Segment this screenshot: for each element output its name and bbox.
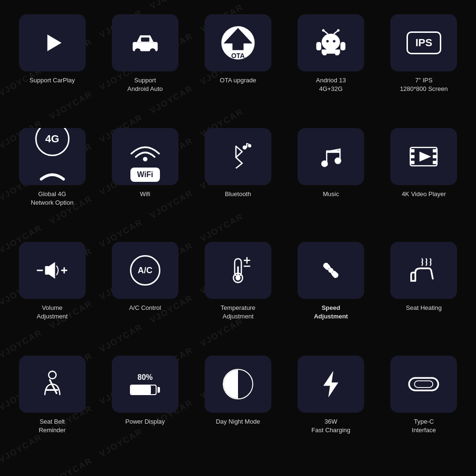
4g-signal-icon <box>36 158 69 185</box>
seatbelt-icon <box>36 367 69 401</box>
video-icon <box>407 140 440 173</box>
feature-android-auto: SupportAndroid Auto <box>102 14 188 120</box>
svg-marker-0 <box>47 35 61 51</box>
feature-ac: A/C A/C Control <box>102 242 188 348</box>
svg-marker-36 <box>49 262 55 279</box>
carplay-icon <box>36 26 69 60</box>
battery-percent: 80% <box>138 373 153 382</box>
feature-wifi: WiFi Wifi <box>102 128 188 234</box>
power-icon-box: 80% <box>112 356 178 413</box>
android-auto-label: SupportAndroid Auto <box>128 76 163 93</box>
4g-text: 4G <box>45 133 59 145</box>
music-icon-box <box>298 128 364 185</box>
feature-charging: 36WFast Charging <box>288 356 374 462</box>
ips-icon-box: IPS <box>390 14 457 71</box>
feature-temperature: TemperatureAdjustment <box>195 242 280 348</box>
ota-circle: OTA <box>221 26 255 60</box>
temperature-label: TemperatureAdjustment <box>221 304 256 321</box>
temperature-icon-box <box>205 242 271 299</box>
volume-icon <box>36 254 69 287</box>
seat-heating-label: Seat Heating <box>406 304 442 312</box>
4g-icon-box: 4G <box>19 128 86 185</box>
carplay-label: Support CarPlay <box>30 76 75 85</box>
feature-music: Music <box>288 128 374 234</box>
svg-marker-50 <box>323 371 338 397</box>
ota-label: OTA upgrade <box>220 76 256 85</box>
daynight-icon-box <box>205 356 271 413</box>
wifi-icon-box: WiFi <box>112 128 178 185</box>
typec-label: Type-CInterface <box>412 417 436 435</box>
4g-circle: 4G <box>35 128 69 156</box>
wifi-signal-icon <box>129 131 162 165</box>
ota-text: OTA <box>231 52 245 60</box>
svg-rect-31 <box>433 155 437 159</box>
battery-display: 80% <box>130 373 160 395</box>
power-label: Power Display <box>125 417 165 426</box>
feature-speed: SpeedAdjustment <box>288 242 374 348</box>
feature-carplay: Support CarPlay <box>10 14 95 120</box>
feature-seat-heating: Seat Heating <box>381 242 466 348</box>
typec-icon-box <box>390 356 457 413</box>
ota-icon-box: OTA <box>205 14 271 71</box>
svg-point-8 <box>333 40 336 42</box>
svg-point-3 <box>149 48 155 54</box>
night-half <box>224 370 238 398</box>
svg-line-48 <box>50 380 56 393</box>
bluetooth-label: Bluetooth <box>225 190 251 198</box>
ac-circle: A/C <box>130 255 160 286</box>
volume-label: VolumeAdjustment <box>37 304 68 321</box>
speed-icon <box>314 254 347 287</box>
android-auto-icon-box <box>112 14 178 71</box>
seatbelt-icon-box <box>19 356 86 413</box>
android13-icon-box <box>298 14 364 71</box>
svg-rect-35 <box>45 266 49 275</box>
speed-label: SpeedAdjustment <box>314 304 348 321</box>
ota-arrow-icon <box>221 26 255 52</box>
svg-point-6 <box>322 34 340 50</box>
svg-point-12 <box>337 29 339 31</box>
svg-rect-32 <box>433 161 437 164</box>
bluetooth-icon <box>221 140 255 173</box>
feature-ips: IPS 7" IPS1280*800 Screen <box>381 14 466 120</box>
wifi-text: WiFi <box>137 170 153 179</box>
seat-heating-icon <box>407 254 440 287</box>
feature-android13: Andriod 134G+32G <box>288 14 374 120</box>
android13-icon <box>314 26 347 60</box>
battery-fill <box>131 386 151 394</box>
features-grid: Support CarPlay SupportAndroid Auto OTA <box>0 0 476 476</box>
music-icon <box>314 140 347 173</box>
svg-point-47 <box>49 371 56 379</box>
svg-point-22 <box>248 144 251 148</box>
feature-video: 4K Video Player <box>381 128 466 234</box>
svg-point-2 <box>135 48 140 54</box>
ips-text: IPS <box>416 37 432 49</box>
svg-rect-17 <box>340 42 346 50</box>
ac-icon-box: A/C <box>112 242 178 299</box>
svg-rect-30 <box>433 149 437 152</box>
ips-label: 7" IPS1280*800 Screen <box>400 76 447 93</box>
ac-label: A/C Control <box>129 304 161 312</box>
svg-rect-28 <box>410 155 415 159</box>
feature-4g: 4G Global 4GNetwork Option <box>10 128 95 234</box>
4g-label: Global 4GNetwork Option <box>31 190 74 207</box>
feature-typec: Type-CInterface <box>381 356 466 462</box>
feature-ota: OTA OTA upgrade <box>195 14 280 120</box>
wifi-label: Wifi <box>140 190 150 198</box>
android-auto-icon <box>129 26 162 60</box>
charging-label: 36WFast Charging <box>311 417 350 435</box>
music-label: Music <box>323 190 339 198</box>
svg-rect-15 <box>322 50 340 54</box>
seat-heating-icon-box <box>390 242 457 299</box>
typec-icon <box>407 367 440 401</box>
feature-daynight: Day Night Mode <box>195 356 280 462</box>
svg-rect-4 <box>141 38 149 42</box>
svg-point-7 <box>327 40 329 42</box>
battery-rect <box>130 385 157 395</box>
daynight-circle <box>223 369 253 399</box>
feature-power: 80% Power Display <box>102 356 188 462</box>
feature-bluetooth: Bluetooth <box>195 128 280 234</box>
daynight-label: Day Night Mode <box>216 417 260 426</box>
svg-point-11 <box>322 29 325 31</box>
svg-point-23 <box>321 160 328 167</box>
svg-point-24 <box>335 158 341 164</box>
